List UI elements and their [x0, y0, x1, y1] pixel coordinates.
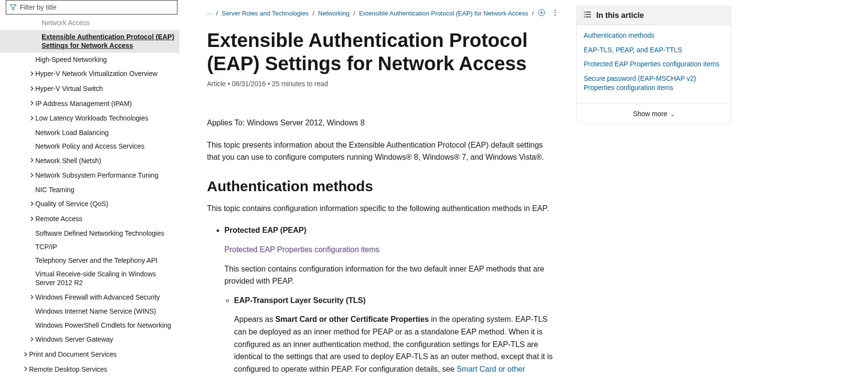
- chevron-right-icon[interactable]: [29, 170, 35, 181]
- nav-item[interactable]: IP Address Management (IPAM): [0, 96, 179, 111]
- nav-item-label: Virtual Receive-side Scaling in Windows …: [35, 270, 176, 287]
- nav-item[interactable]: Hyper-V Virtual Switch: [0, 81, 179, 96]
- breadcrumb-link-0[interactable]: Server Roles and Technologies: [221, 10, 309, 17]
- chevron-right-icon[interactable]: [29, 199, 35, 209]
- method-name-peap: Protected EAP (PEAP): [224, 226, 307, 234]
- chevron-down-icon: ⌄: [670, 111, 675, 117]
- breadcrumb-link-1[interactable]: Networking: [318, 10, 350, 17]
- nav-item-label: TCP/IP: [35, 242, 176, 251]
- nav-item[interactable]: Windows PowerShell Cmdlets for Networkin…: [0, 318, 179, 332]
- chevron-right-icon[interactable]: [29, 334, 35, 345]
- breadcrumb-ellipsis[interactable]: ···: [207, 10, 212, 17]
- svg-point-6: [584, 16, 585, 17]
- toc-heading-text: In this article: [596, 11, 644, 20]
- inner-method-title: EAP-Transport Layer Security (TLS): [234, 296, 366, 304]
- svg-point-3: [555, 15, 556, 16]
- toc-link[interactable]: EAP-TLS, PEAP, and EAP-TTLS: [584, 45, 724, 55]
- nav-item[interactable]: Telephony Server and the Telephony API: [0, 254, 179, 267]
- nav-item[interactable]: Hyper-V Network Virtualization Overview: [0, 66, 179, 81]
- breadcrumb-sep: /: [216, 10, 218, 17]
- nav-item-label: Print and Document Services: [29, 350, 176, 359]
- inner-list: EAP-Transport Layer Security (TLS) Appea…: [224, 294, 556, 378]
- toc-link[interactable]: Protected EAP Properties configuration i…: [584, 60, 724, 69]
- nav-item-label: Remote Desktop Services: [29, 365, 176, 374]
- nav-item[interactable]: High-Speed Networking: [0, 53, 179, 66]
- nav-item[interactable]: Windows Internet Name Service (WINS): [0, 304, 179, 318]
- nav-item-label: High-Speed Networking: [35, 55, 176, 64]
- chevron-right-icon[interactable]: [22, 364, 29, 374]
- list-icon: [584, 11, 591, 20]
- toc-link[interactable]: Secure password (EAP-MSCHAP v2) Properti…: [584, 74, 724, 93]
- section-intro: This topic contains configuration inform…: [207, 202, 556, 215]
- nav-item-label: Extensible Authentication Protocol (EAP)…: [42, 32, 176, 50]
- nav-item-label: IP Address Management (IPAM): [35, 99, 176, 108]
- nav-item[interactable]: Network Load Balancing: [0, 126, 179, 139]
- nav-item-label: Hyper-V Virtual Switch: [35, 84, 176, 93]
- filter-icon: [6, 4, 20, 11]
- chevron-right-icon[interactable]: [22, 349, 29, 360]
- nav-item[interactable]: Virtual Receive-side Scaling in Windows …: [0, 267, 179, 289]
- toc-links: Authentication methodsEAP-TLS, PEAP, and…: [577, 25, 731, 104]
- page-title: Extensible Authentication Protocol (EAP)…: [207, 29, 556, 75]
- nav-item[interactable]: Remote Desktop Services: [0, 362, 179, 377]
- applies-to: Applies To: Windows Server 2012, Windows…: [207, 117, 556, 129]
- filter-box[interactable]: [6, 0, 177, 15]
- nav-item-label: Software Defined Networking Technologies: [35, 229, 176, 238]
- chevron-right-icon[interactable]: [29, 214, 35, 224]
- nav-item-label: Network Policy and Access Services: [35, 142, 176, 151]
- nav-item-label: Windows PowerShell Cmdlets for Networkin…: [35, 321, 176, 330]
- main-content: ··· / Server Roles and Technologies / Ne…: [184, 0, 571, 378]
- chevron-right-icon[interactable]: [29, 98, 35, 108]
- nav-item[interactable]: Extensible Authentication Protocol (EAP)…: [0, 30, 179, 52]
- nav-item[interactable]: Network Subsystem Performance Tuning: [0, 168, 179, 183]
- toc-link[interactable]: Authentication methods: [584, 31, 724, 41]
- nav-item[interactable]: Windows Server Gateway: [0, 332, 179, 347]
- nav-item-label: Remote Access: [35, 214, 176, 223]
- toc-box: In this article Authentication methodsEA…: [576, 6, 731, 124]
- nav-item-cutoff[interactable]: Network Access: [0, 18, 179, 30]
- svg-point-1: [555, 10, 556, 11]
- nav-item-label: Telephony Server and the Telephony API: [35, 256, 176, 265]
- nav-item-label: Low Latency Workloads Technologies: [35, 114, 176, 122]
- chevron-right-icon[interactable]: [29, 113, 35, 123]
- nav-item[interactable]: TCP/IP: [0, 240, 179, 254]
- nav-item[interactable]: Remote Access: [0, 212, 179, 227]
- svg-point-4: [584, 12, 585, 13]
- more-actions-icon[interactable]: [554, 9, 556, 18]
- nav-item-label: NIC Teaming: [35, 185, 176, 194]
- nav-item[interactable]: Network Shell (Netsh): [0, 153, 179, 168]
- nav-item[interactable]: Low Latency Workloads Technologies: [0, 111, 179, 126]
- nav-item[interactable]: Windows Firewall with Advanced Security: [0, 290, 179, 305]
- peap-desc: This section contains configuration info…: [224, 263, 556, 287]
- nav-item-label: Network Shell (Netsh): [35, 156, 176, 165]
- breadcrumb: ··· / Server Roles and Technologies / Ne…: [207, 0, 556, 29]
- nav-item[interactable]: Print and Document Services: [0, 347, 179, 362]
- breadcrumb-sep: /: [532, 10, 534, 17]
- breadcrumb-link-2[interactable]: Extensible Authentication Protocol (EAP)…: [359, 10, 528, 17]
- section-heading-auth-methods: Authentication methods: [207, 178, 556, 195]
- link-peap-properties[interactable]: Protected EAP Properties configuration i…: [224, 245, 380, 254]
- chevron-right-icon[interactable]: [29, 155, 35, 166]
- nav-item[interactable]: Network Policy and Access Services: [0, 139, 179, 153]
- article-meta: Article • 08/31/2016 • 25 minutes to rea…: [207, 80, 556, 88]
- chevron-right-icon[interactable]: [29, 84, 35, 94]
- breadcrumb-actions: [538, 9, 556, 18]
- list-item: EAP-Transport Layer Security (TLS) Appea…: [234, 294, 556, 378]
- breadcrumb-sep: /: [312, 10, 314, 17]
- toc-show-more[interactable]: Show more⌄: [577, 104, 731, 123]
- nav-item-label: Windows Server Gateway: [35, 335, 176, 344]
- filter-input[interactable]: [20, 1, 177, 13]
- add-icon[interactable]: [538, 9, 545, 18]
- svg-point-2: [555, 12, 556, 14]
- chevron-right-icon[interactable]: [29, 69, 35, 79]
- intro-paragraph: This topic presents information about th…: [207, 139, 556, 164]
- chevron-right-icon[interactable]: [29, 292, 35, 302]
- nav-item[interactable]: NIC Teaming: [0, 183, 179, 197]
- methods-list: Protected EAP (PEAP) Protected EAP Prope…: [207, 224, 556, 378]
- nav-tree[interactable]: Network Access Extensible Authentication…: [0, 18, 183, 378]
- nav-item[interactable]: Quality of Service (QoS): [0, 197, 179, 212]
- nav-item-label: Network Subsystem Performance Tuning: [35, 171, 176, 180]
- toc-heading: In this article: [577, 6, 731, 25]
- nav-item-label: Windows Internet Name Service (WINS): [35, 307, 176, 316]
- nav-item[interactable]: Software Defined Networking Technologies: [0, 227, 179, 240]
